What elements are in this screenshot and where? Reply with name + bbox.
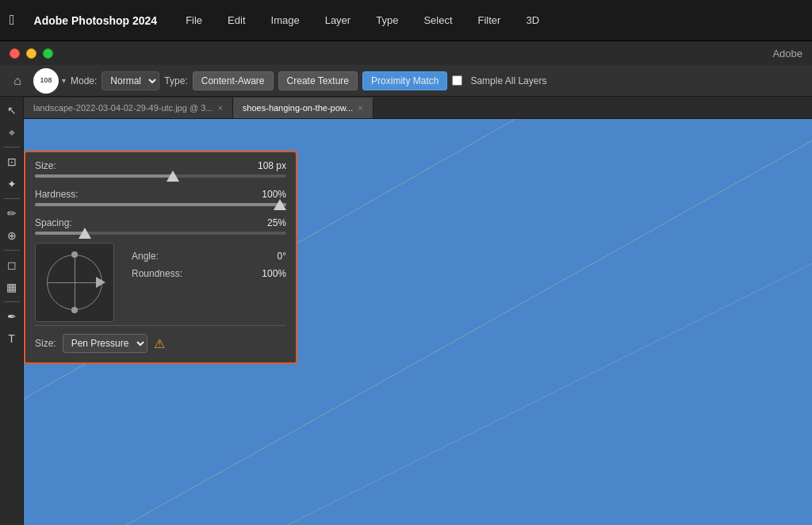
tool-separator-4 [4,301,20,302]
tab-shoes-label: shoes-hanging-on-the-pow... [243,103,353,113]
hardness-slider[interactable] [35,203,286,206]
svg-line-2 [262,263,812,525]
hardness-row: Hardness: 100% [35,189,286,200]
type-label: Type: [164,75,187,86]
brush-dropdown-arrow[interactable]: ▾ [62,76,66,85]
pen-tool[interactable]: ✒ [2,306,22,327]
size-label: Size: [35,160,56,171]
adobe-label: Adobe [772,48,802,59]
tool-separator-3 [4,250,20,251]
app-name: Adobe Photoshop 2024 [34,14,158,27]
menu-select[interactable]: Select [419,11,457,29]
sample-all-layers-checkbox[interactable] [452,75,462,86]
size-control-dropdown[interactable]: Pen Pressure [63,334,147,353]
angle-label: Angle: [132,251,159,262]
size-slider[interactable] [35,174,286,178]
angle-roundness-section: Angle: 0° Roundness: 100% [35,243,286,322]
brush-handle-bottom[interactable] [71,307,78,313]
spacing-slider-fill [35,232,85,235]
brush-size-display: 108 [40,77,52,84]
menu-type[interactable]: Type [371,11,403,29]
apple-logo-icon:  [10,12,15,29]
close-button[interactable] [10,48,20,59]
menu-file[interactable]: File [181,11,207,29]
size-row: Size: 108 px [35,160,286,171]
sample-all-layers-label: Sample All Layers [470,75,546,86]
mode-dropdown[interactable]: Normal [102,71,159,90]
roundness-label: Roundness: [132,268,182,279]
spacing-slider[interactable] [35,232,286,235]
brush-preview[interactable]: 108 [33,68,59,94]
eraser-tool[interactable]: ◻ [2,255,22,275]
lasso-tool[interactable]: ⌖ [2,122,22,143]
tab-landscape[interactable]: landscape-2022-03-04-02-29-49-utc.jpg @ … [24,98,233,118]
crop-tool[interactable]: ⊡ [2,151,22,172]
tool-separator-2 [4,198,20,199]
tab-landscape-label: landscape-2022-03-04-02-29-49-utc.jpg @ … [33,103,213,113]
menu-image[interactable]: Image [266,11,304,29]
angle-row: Angle: 0° [132,251,286,262]
toolbar: ⌂ 108 ▾ Mode: Normal Type: Content-Aware… [0,65,812,97]
roundness-value: 100% [262,268,286,279]
main-area: ↖ ⌖ ⊡ ✦ ✏ ⊕ ◻ ▦ ✒ T landscape-2022-03-04… [0,97,812,525]
type-tool[interactable]: T [2,328,22,349]
brush-shape-preview [35,243,114,322]
panel-divider [35,325,286,326]
size-control-row: Size: Pen Pressure ⚠ [35,334,286,353]
brush-popup-panel: Size: 108 px Hardness: 100% Spacing: 25% [24,151,297,364]
create-texture-button[interactable]: Create Texture [278,71,358,90]
warning-icon: ⚠ [154,336,165,351]
menu-edit[interactable]: Edit [223,11,250,29]
left-sidebar: ↖ ⌖ ⊡ ✦ ✏ ⊕ ◻ ▦ ✒ T [0,97,24,525]
content-aware-button[interactable]: Content-Aware [193,71,274,90]
angle-value: 0° [278,251,286,262]
tab-shoes[interactable]: shoes-hanging-on-the-pow... × [233,98,373,118]
hardness-value: 100% [262,189,286,200]
gradient-tool[interactable]: ▦ [2,277,22,297]
clone-tool[interactable]: ⊕ [2,225,22,246]
spacing-label: Spacing: [35,217,72,228]
spacing-value: 25% [267,217,286,228]
brush-preset-picker[interactable]: 108 ▾ [33,68,66,94]
hardness-slider-thumb[interactable] [274,199,286,210]
move-tool[interactable]: ↖ [2,100,22,121]
tabs-bar: landscape-2022-03-04-02-29-49-utc.jpg @ … [24,97,812,119]
brush-circle-preview [47,255,102,310]
brush-handle-top[interactable] [71,251,78,258]
brush-tool[interactable]: ✏ [2,203,22,224]
spacing-slider-thumb[interactable] [79,228,91,239]
tab-shoes-close[interactable]: × [358,103,362,113]
tab-landscape-close[interactable]: × [217,103,222,113]
menu-layer[interactable]: Layer [320,11,356,29]
brush-params: Angle: 0° Roundness: 100% [132,243,286,282]
spacing-row: Spacing: 25% [35,217,286,228]
spot-heal-tool[interactable]: ✦ [2,174,22,194]
brush-handle-right[interactable] [96,277,105,288]
size-slider-thumb[interactable] [167,171,179,182]
window-controls: Adobe [0,41,812,65]
size-control-label: Size: [35,338,56,349]
menu-3d[interactable]: 3D [521,11,544,29]
maximize-button[interactable] [43,48,53,59]
tool-separator-1 [4,147,20,148]
size-slider-fill [35,174,173,178]
roundness-row: Roundness: 100% [132,268,286,279]
hardness-slider-fill [35,203,286,206]
mode-label: Mode: [71,75,97,86]
hardness-label: Hardness: [35,189,79,200]
menu-bar:  Adobe Photoshop 2024 File Edit Image L… [0,0,812,41]
menu-filter[interactable]: Filter [473,11,506,29]
home-icon[interactable]: ⌂ [6,70,29,92]
size-value: 108 px [258,160,286,171]
minimize-button[interactable] [26,48,36,59]
proximity-match-button[interactable]: Proximity Match [362,71,447,90]
crosshair-v [75,255,75,309]
